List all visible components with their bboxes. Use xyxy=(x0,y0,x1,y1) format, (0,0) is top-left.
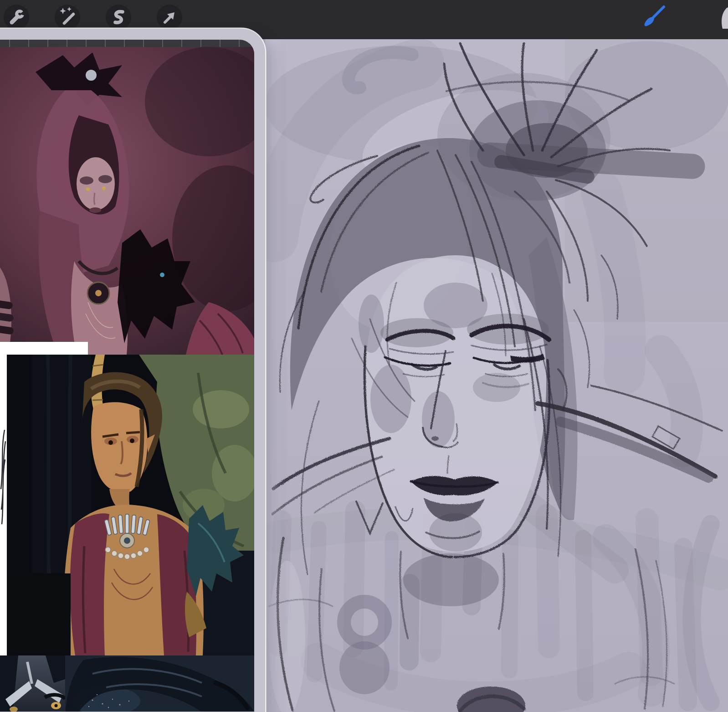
reference-image-game-screenshot xyxy=(0,355,254,655)
selection-button[interactable] xyxy=(105,4,132,31)
smudge-button[interactable] xyxy=(716,2,728,32)
s-curve-icon xyxy=(105,4,132,31)
app-screen xyxy=(0,0,728,712)
panel-edge-glow xyxy=(265,39,283,712)
actions-button[interactable] xyxy=(3,4,30,31)
collage-white-gap xyxy=(0,342,88,355)
reference-panel-content xyxy=(0,40,254,712)
wrench-icon xyxy=(3,4,30,31)
reference-image-face-paint xyxy=(0,655,65,712)
paintbrush-icon xyxy=(640,2,670,32)
reference-bottom-row xyxy=(0,655,254,712)
reference-image-concept-art xyxy=(0,47,254,355)
move-arrow-icon xyxy=(156,4,183,31)
collage-sketch-fragment xyxy=(0,428,6,528)
reference-image-dragon-art xyxy=(65,655,254,712)
brush-button[interactable] xyxy=(640,2,670,32)
magic-wand-icon xyxy=(54,4,81,31)
reference-panel[interactable] xyxy=(0,29,265,712)
adjustments-button[interactable] xyxy=(54,4,81,31)
transform-button[interactable] xyxy=(156,4,183,31)
ruler-strip xyxy=(0,40,254,47)
finger-icon xyxy=(716,2,728,32)
